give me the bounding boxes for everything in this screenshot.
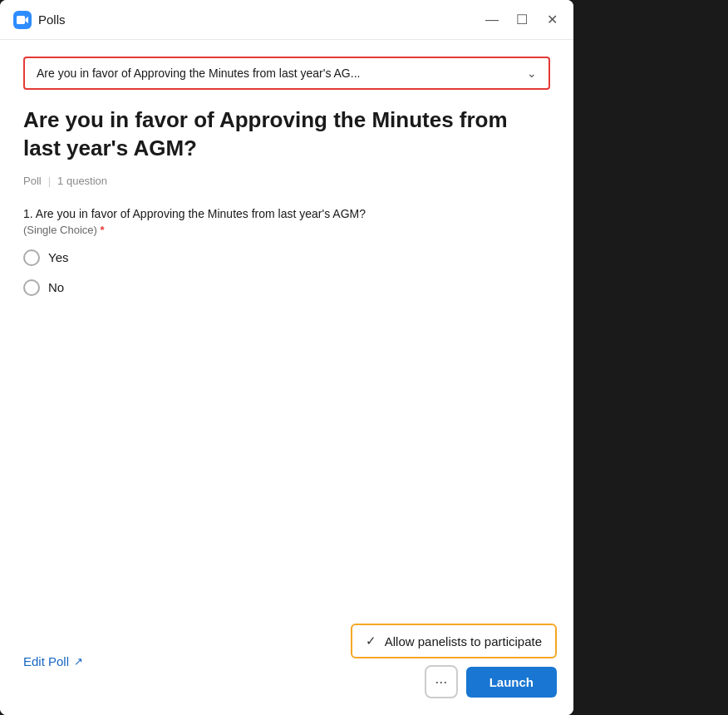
answer-option-yes: Yes	[23, 249, 550, 266]
close-button[interactable]: ✕	[544, 12, 560, 28]
required-indicator: *	[101, 224, 105, 236]
radio-yes[interactable]	[23, 249, 40, 266]
answer-option-no: No	[23, 279, 550, 296]
poll-selector-text: Are you in favor of Approving the Minute…	[37, 67, 360, 80]
poll-type-label: Poll	[23, 175, 42, 187]
poll-selector-dropdown[interactable]: Are you in favor of Approving the Minute…	[23, 57, 550, 90]
bottom-bar: Edit Poll ↗ ✓ Allow panelists to partici…	[0, 614, 573, 715]
polls-window: Polls — ☐ ✕ Are you in favor of Approvin…	[0, 0, 573, 715]
more-options-button[interactable]: ···	[425, 665, 458, 698]
question-number: 1.	[23, 207, 36, 220]
checkmark-icon: ✓	[366, 634, 376, 648]
edit-poll-link[interactable]: Edit Poll ↗	[23, 654, 83, 668]
title-bar: Polls — ☐ ✕	[0, 0, 573, 40]
question-text: 1. Are you in favor of Approving the Min…	[23, 207, 550, 220]
maximize-button[interactable]: ☐	[514, 12, 530, 28]
radio-no[interactable]	[23, 279, 40, 296]
window-title: Polls	[38, 12, 484, 27]
question-count: 1 question	[57, 175, 107, 187]
window-controls: — ☐ ✕	[484, 12, 560, 28]
launch-row: ··· Launch	[425, 665, 557, 698]
allow-panelists-label: Allow panelists to participate	[385, 634, 542, 648]
question-content: Are you in favor of Approving the Minute…	[36, 207, 366, 220]
minimize-button[interactable]: —	[484, 12, 500, 28]
meta-divider: |	[48, 175, 51, 187]
answer-label-no: No	[48, 280, 64, 294]
answer-label-yes: Yes	[48, 250, 68, 264]
question-block-1: 1. Are you in favor of Approving the Min…	[23, 207, 550, 309]
poll-meta: Poll | 1 question	[23, 175, 550, 187]
content-spacer	[23, 324, 550, 597]
bottom-right-controls: ✓ Allow panelists to participate ··· Lau…	[351, 624, 557, 698]
question-type: (Single Choice) *	[23, 224, 550, 236]
launch-button[interactable]: Launch	[466, 667, 557, 698]
question-type-label: (Single Choice)	[23, 224, 101, 236]
zoom-icon	[13, 11, 32, 29]
more-icon: ···	[435, 673, 447, 691]
chevron-down-icon: ⌄	[527, 67, 537, 80]
allow-panelists-option[interactable]: ✓ Allow panelists to participate	[351, 624, 557, 658]
edit-poll-label: Edit Poll	[23, 654, 69, 668]
poll-title: Are you in favor of Approving the Minute…	[23, 106, 550, 163]
external-link-icon: ↗	[74, 655, 83, 668]
content-area: Are you in favor of Approving the Minute…	[0, 40, 573, 614]
